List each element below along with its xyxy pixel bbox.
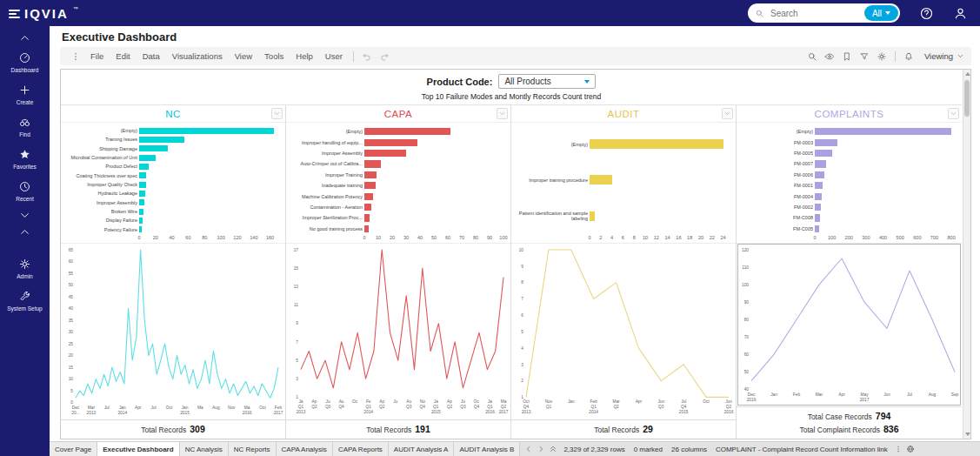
sidebar-scroll-down[interactable]	[18, 209, 31, 222]
kebab-icon[interactable]	[894, 445, 903, 453]
bar-row[interactable]: Improper Sterilization Proc...	[288, 212, 503, 223]
bar[interactable]	[139, 218, 143, 224]
tab-audit-analysis-a[interactable]: AUDIT Analysis A	[389, 442, 455, 456]
bar-row[interactable]: Product Defect	[63, 162, 278, 171]
bar[interactable]	[364, 193, 373, 200]
gear-icon[interactable]	[877, 51, 887, 62]
bar[interactable]	[815, 139, 837, 146]
sidebar-item-recent[interactable]: Recent	[16, 180, 34, 202]
tab-executive-dashboard[interactable]: Executive Dashboard	[97, 442, 179, 456]
tab-nc-analysis[interactable]: NC Analysis	[180, 442, 229, 456]
sidebar-item-find[interactable]: Find	[18, 116, 31, 137]
bar[interactable]	[815, 214, 820, 221]
sidebar-item-create[interactable]: Create	[17, 84, 34, 105]
tab-capa-analysis[interactable]: CAPA Analysis	[277, 442, 333, 456]
nc-line-chart[interactable]: 05101520253035404550556065Dec20...Mar201…	[61, 243, 285, 419]
bar[interactable]	[364, 139, 417, 146]
menu-tools[interactable]: Tools	[258, 50, 290, 63]
bar-row[interactable]: Potency Failure	[63, 225, 278, 234]
bar[interactable]	[139, 226, 142, 232]
bar[interactable]	[590, 175, 612, 184]
sidebar-item-favorites[interactable]: Favorites	[13, 148, 37, 170]
product-code-dropdown[interactable]: All Products	[498, 74, 596, 89]
bar-row[interactable]: FM-0003	[738, 137, 955, 147]
bar-row[interactable]: (Empty)	[63, 126, 278, 135]
dashboard-scrollbar[interactable]	[963, 70, 970, 439]
bar[interactable]	[364, 171, 377, 178]
bell-icon[interactable]	[903, 51, 914, 62]
user-avatar-icon[interactable]	[953, 6, 968, 21]
bar[interactable]	[815, 225, 819, 232]
bar-row[interactable]: Microbial Contamination of Unit	[63, 153, 278, 162]
search-box[interactable]: All	[748, 3, 900, 23]
bar-row[interactable]: FM-0007	[738, 158, 955, 169]
bar-row[interactable]: Inadequate training	[288, 180, 503, 191]
sidebar-item-admin[interactable]: Admin	[17, 258, 32, 279]
tab-cover-page[interactable]: Cover Page	[50, 442, 97, 456]
tab-capa-reports[interactable]: CAPA Reports	[333, 442, 389, 456]
audit-line-chart[interactable]: 12345678910OctQ42013NovQ1JanFebQ12014Mar…	[511, 243, 736, 419]
scroll-up-icon[interactable]	[965, 72, 970, 76]
viewing-dropdown[interactable]: Viewing	[924, 51, 964, 61]
bar-row[interactable]: FM-0004	[738, 191, 955, 201]
bar[interactable]	[364, 214, 370, 221]
bar[interactable]	[815, 193, 822, 200]
sidebar-item-system-setup[interactable]: System Setup	[7, 290, 42, 312]
audit-bar-chart[interactable]: (Empty)Improper training procedurePatien…	[511, 123, 736, 243]
bookmark-icon[interactable]	[842, 51, 852, 62]
bar-row[interactable]: Patient identification and sample labeli…	[513, 198, 729, 234]
nc-bar-chart[interactable]: (Empty)Training IssuesShipping DamageMic…	[61, 123, 285, 243]
bar[interactable]	[815, 171, 824, 178]
bar[interactable]	[364, 128, 450, 135]
bar-row[interactable]: Auto-Crimper out of Calibra...	[288, 158, 503, 169]
bar-row[interactable]: (Empty)	[288, 126, 503, 137]
bar[interactable]	[815, 160, 826, 167]
bar-row[interactable]: Contamination - Aeration	[288, 202, 503, 212]
complaints-bar-chart[interactable]: (Empty)FM-0003FM-0005FM-0007FM-0006FM-00…	[737, 123, 962, 243]
panel-menu-icon[interactable]	[722, 108, 733, 119]
bar[interactable]	[364, 182, 376, 189]
bar-row[interactable]: FM-C008	[738, 212, 955, 223]
sidebar-item-dashboard[interactable]: Dashboard	[11, 51, 39, 73]
bar[interactable]	[364, 160, 381, 167]
bar[interactable]	[815, 182, 823, 189]
bar-row[interactable]: Machine Calibration Potency	[288, 191, 503, 201]
bar-row[interactable]: Display Failure	[63, 216, 278, 225]
bar-row[interactable]: Improper handling of equip...	[288, 137, 503, 147]
tab-audit-analysis-b[interactable]: AUDIT Analysis B	[454, 442, 520, 456]
bar-row[interactable]: Broken Wire	[63, 207, 278, 216]
bar-row[interactable]: (Empty)	[738, 126, 955, 137]
bar-row[interactable]: Improper Assembly	[63, 198, 278, 207]
bar-row[interactable]: Improper Assembly	[288, 148, 503, 158]
double-chevron-up-icon[interactable]	[549, 445, 557, 453]
bar-row[interactable]: FM-0002	[738, 202, 955, 212]
search-scope-button[interactable]: All	[864, 5, 898, 21]
bar-row[interactable]: No good training process	[288, 224, 503, 234]
tab-nc-reports[interactable]: NC Reports	[229, 442, 277, 456]
bar-row[interactable]: Improper training procedure	[513, 162, 729, 198]
bar-row[interactable]: FM-C005	[738, 224, 955, 234]
bar-row[interactable]: Improper Training	[288, 170, 503, 180]
chevron-right-icon[interactable]	[537, 445, 545, 453]
bar[interactable]	[590, 139, 723, 149]
bar[interactable]	[139, 145, 168, 151]
redo-icon[interactable]	[379, 51, 390, 62]
sidebar-collapse[interactable]	[18, 31, 31, 44]
undo-icon[interactable]	[362, 51, 372, 62]
menu-user[interactable]: User	[319, 50, 349, 63]
bar-row[interactable]: Coating Thickness over spec	[63, 171, 278, 180]
eye-icon[interactable]	[824, 51, 835, 62]
bar[interactable]	[139, 182, 146, 188]
bar[interactable]	[139, 191, 145, 197]
menu-file[interactable]: File	[84, 50, 110, 63]
bar[interactable]	[139, 155, 156, 161]
bar[interactable]	[139, 209, 143, 215]
bar[interactable]	[139, 164, 149, 170]
bar[interactable]	[815, 150, 832, 157]
bar-row[interactable]: (Empty)	[513, 126, 729, 162]
bar-row[interactable]: Shipping Damage	[63, 144, 278, 153]
complaints-line-chart[interactable]: 405060708090100110120Dec2016JanFebMarApr…	[737, 243, 962, 406]
bar[interactable]	[364, 150, 406, 157]
bar[interactable]	[590, 211, 595, 221]
capa-line-chart[interactable]: 1357911131517JaQ12013ApQ2JuQ3AuQ4OcFeQ12…	[286, 243, 510, 419]
